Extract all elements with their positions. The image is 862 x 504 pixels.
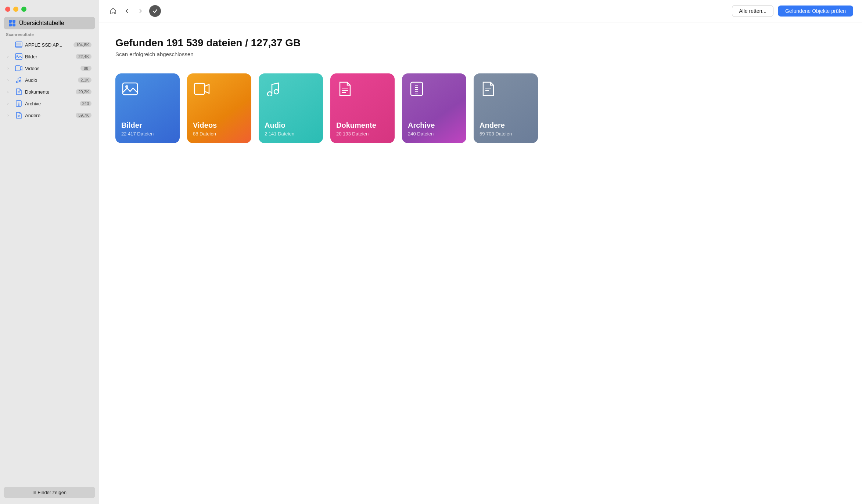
card-andere[interactable]: Andere 59 703 Dateien [474,73,538,143]
sidebar-item-andere[interactable]: › Andere 59,7K [2,109,97,121]
dokumente-card-count: 20 193 Dateien [336,131,389,137]
svg-point-21 [274,90,279,94]
sidebar-item-audio[interactable]: › Audio 2,1K [2,74,97,86]
dokumente-card-label: Dokumente [336,121,389,130]
audio-card-label: Audio [265,121,317,130]
chevron-icon: › [7,55,12,59]
archive-card-label: Archive [408,121,460,130]
grid-icon [9,20,15,26]
sidebar: Übersichtstabelle Scanresultate APPLE SS… [0,0,99,504]
alle-retten-button[interactable]: Alle retten... [732,5,773,17]
chevron-icon: › [7,66,12,70]
bilder-card-label: Bilder [121,121,174,130]
main-content: Gefunden 191 539 dateien / 127,37 GB Sca… [99,22,862,504]
toolbar: Alle retten... Gefundene Objekte prüfen [99,0,862,22]
bilder-card-icon [122,81,138,96]
sidebar-item-drive[interactable]: APPLE SSD AP... 104,8K [2,39,97,51]
dokumente-label: Dokumente [25,89,73,95]
main-area: Alle retten... Gefundene Objekte prüfen … [99,0,862,504]
bilder-card-count: 22 417 Dateien [121,131,174,137]
andere-label: Andere [25,113,73,118]
andere-badge: 59,7K [76,113,91,118]
sidebar-item-bilder[interactable]: › Bilder 22,4K [2,51,97,62]
audio-card-count: 2 141 Dateien [265,131,317,137]
archive-card-count: 240 Dateien [408,131,460,137]
overview-button[interactable]: Übersichtstabelle [4,17,95,29]
dokumente-card-icon [337,81,353,96]
videos-badge: 88 [80,66,91,71]
page-subtitle: Scan erfolgreich abgeschlossen [115,51,846,57]
svg-rect-3 [15,54,22,59]
svg-rect-25 [411,82,423,95]
sidebar-footer: In Finder zeigen [0,481,99,504]
bilder-badge: 22,4K [76,54,91,59]
home-button[interactable] [108,6,118,16]
bilder-label: Bilder [25,54,73,59]
other-icon [15,111,23,119]
chevron-icon: › [7,78,12,82]
audio-card-icon [265,81,281,96]
page-title: Gefunden 191 539 dateien / 127,37 GB [115,37,846,49]
andere-card-count: 59 703 Dateien [480,131,532,137]
card-videos[interactable]: Videos 88 Dateien [187,73,251,143]
document-icon [15,88,23,96]
chevron-icon: › [7,102,12,106]
andere-card-icon [480,81,496,96]
disk-icon [15,41,23,49]
forward-button[interactable] [136,7,145,15]
card-dokumente[interactable]: Dokumente 20 193 Dateien [330,73,395,143]
card-bilder[interactable]: Bilder 22 417 Dateien [115,73,180,143]
audio-badge: 2,1K [78,77,91,83]
close-button[interactable] [5,7,10,12]
videos-card-icon [194,81,210,96]
chevron-icon: › [7,113,12,117]
card-audio[interactable]: Audio 2 141 Dateien [259,73,323,143]
minimize-button[interactable] [13,7,18,12]
gefundene-objekte-button[interactable]: Gefundene Objekte prüfen [778,6,853,17]
svg-rect-1 [16,43,21,46]
sidebar-item-archive[interactable]: › Archive 240 [2,98,97,109]
back-button[interactable] [123,7,132,15]
svg-rect-5 [15,66,20,71]
zoom-button[interactable] [21,7,26,12]
andere-card-label: Andere [480,121,532,130]
videos-label: Videos [25,66,78,71]
image-icon [15,52,23,61]
cards-grid: Bilder 22 417 Dateien Videos 88 Dateien [115,73,846,143]
sidebar-item-dokumente[interactable]: › Dokumente 20,2K [2,86,97,98]
titlebar [0,0,99,15]
svg-rect-17 [123,83,137,95]
drive-badge: 104,8K [73,42,91,47]
svg-point-20 [267,92,272,96]
videos-card-label: Videos [193,121,245,130]
audio-icon [15,76,23,84]
svg-point-18 [125,85,128,88]
dokumente-badge: 20,2K [76,89,91,94]
sidebar-item-videos[interactable]: › Videos 88 [2,62,97,74]
archive-card-icon [409,81,425,96]
video-icon [15,64,23,72]
svg-rect-19 [194,83,205,94]
chevron-icon: › [7,90,12,94]
finder-button[interactable]: In Finder zeigen [4,487,95,498]
svg-rect-2 [15,46,22,48]
videos-card-count: 88 Dateien [193,131,245,137]
overview-label: Übersichtstabelle [19,20,64,26]
check-icon [149,5,161,17]
archive-badge: 240 [80,101,91,106]
drive-label: APPLE SSD AP... [25,42,71,48]
sidebar-section-label: Scanresultate [0,32,99,39]
archive-icon [15,99,23,108]
card-archive[interactable]: Archive 240 Dateien [402,73,466,143]
audio-label: Audio [25,77,76,83]
archive-label: Archive [25,101,78,106]
